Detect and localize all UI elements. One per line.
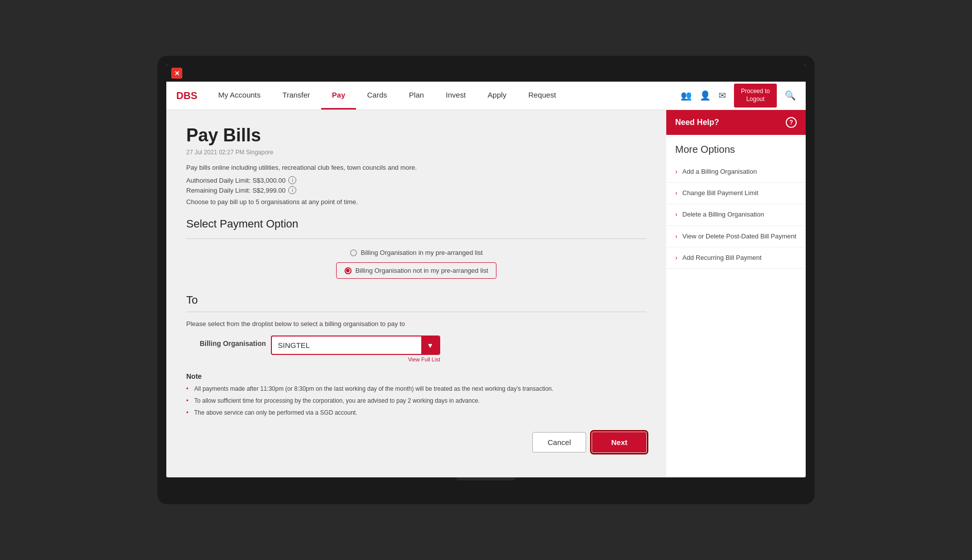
- nav-links: My Accounts Transfer Pay Cards Plan Inve…: [207, 82, 567, 110]
- radio-not-prearranged-label: Billing Organisation not in my pre-arran…: [356, 267, 488, 274]
- sidebar-option-text-1: Add a Billing Organisation: [682, 167, 757, 176]
- to-section-title: To: [186, 294, 646, 307]
- to-divider: [186, 312, 646, 312]
- payment-options: Billing Organisation in my pre-arranged …: [186, 249, 646, 279]
- note-list: All payments made after 11:30pm (or 8:30…: [186, 384, 646, 417]
- more-options-title: More Options: [666, 135, 806, 161]
- nav-plan[interactable]: Plan: [398, 82, 435, 110]
- page-date: 27 Jul 2021 02:27 PM Singapore: [186, 149, 646, 156]
- user-icon[interactable]: 👤: [700, 90, 711, 101]
- sidebar-add-billing-org[interactable]: › Add a Billing Organisation: [666, 161, 806, 183]
- nav-pay[interactable]: Pay: [321, 82, 357, 110]
- note-item-2: To allow sufficient time for processing …: [186, 396, 646, 405]
- nav-left: DBS My Accounts Transfer Pay Cards Plan …: [176, 82, 567, 110]
- billing-org-row: Billing Organisation SINGTEL ▼ View Full…: [186, 336, 646, 362]
- chevron-icon-3: ›: [675, 211, 677, 218]
- note-item-3: The above service can only be performed …: [186, 408, 646, 417]
- note-item-1: All payments made after 11:30pm (or 8:30…: [186, 384, 646, 393]
- help-icon[interactable]: ?: [786, 117, 797, 128]
- sidebar-change-bill-limit[interactable]: › Change Bill Payment Limit: [666, 183, 806, 204]
- nav-cards[interactable]: Cards: [356, 82, 398, 110]
- sidebar-view-delete-postdated[interactable]: › View or Delete Post-Dated Bill Payment: [666, 226, 806, 247]
- sidebar-delete-billing-org[interactable]: › Delete a Billing Organisation: [666, 204, 806, 225]
- search-icon[interactable]: 🔍: [785, 90, 796, 101]
- section-divider: [186, 238, 646, 239]
- billing-org-label: Billing Organisation: [186, 336, 266, 347]
- main-content: Pay Bills 27 Jul 2021 02:27 PM Singapore…: [166, 110, 806, 477]
- sidebar-option-text-2: Change Bill Payment Limit: [682, 189, 758, 198]
- remaining-limit-info-icon[interactable]: i: [288, 186, 296, 194]
- need-help-label: Need Help?: [675, 118, 719, 127]
- need-help-header: Need Help? ?: [666, 110, 806, 135]
- radio-not-prearranged[interactable]: Billing Organisation not in my pre-arran…: [336, 262, 497, 279]
- page-title: Pay Bills: [186, 125, 646, 146]
- choose-text: Choose to pay bill up to 5 organisations…: [186, 198, 646, 206]
- dropdown-description: Please select from the droplist below to…: [186, 320, 646, 328]
- action-buttons: Cancel Next: [186, 432, 646, 462]
- billing-org-controls: SINGTEL ▼ View Full List: [271, 336, 440, 362]
- radio-not-prearranged-dot: [345, 267, 352, 274]
- sidebar-option-text-4: View or Delete Post-Dated Bill Payment: [682, 232, 796, 241]
- view-full-list-link[interactable]: View Full List: [271, 356, 440, 362]
- proceed-line2: Logout: [746, 96, 765, 104]
- browser-close-button[interactable]: ✕: [171, 68, 182, 79]
- chevron-icon-2: ›: [675, 189, 677, 197]
- next-button[interactable]: Next: [592, 432, 646, 452]
- sidebar-option-text-3: Delete a Billing Organisation: [682, 210, 764, 219]
- nav-request[interactable]: Request: [517, 82, 567, 110]
- billing-org-select[interactable]: SINGTEL: [272, 336, 439, 354]
- note-title: Note: [186, 372, 646, 380]
- authorised-limit: Authorised Daily Limit: S$3,000.00 i: [186, 176, 646, 184]
- radio-prearranged[interactable]: Billing Organisation in my pre-arranged …: [350, 249, 483, 256]
- content-area: Pay Bills 27 Jul 2021 02:27 PM Singapore…: [166, 110, 666, 477]
- mail-icon[interactable]: ✉: [719, 90, 726, 101]
- navigation-bar: DBS My Accounts Transfer Pay Cards Plan …: [166, 82, 806, 110]
- chevron-icon-4: ›: [675, 232, 677, 240]
- browser-topbar: ✕: [166, 65, 806, 82]
- page-description: Pay bills online including utilities, re…: [186, 164, 646, 171]
- proceed-line1: Proceed to: [741, 88, 770, 96]
- bank-logo: DBS: [176, 85, 197, 107]
- radio-prearranged-label: Billing Organisation in my pre-arranged …: [361, 249, 483, 256]
- sidebar-add-recurring-payment[interactable]: › Add Recurring Bill Payment: [666, 247, 806, 269]
- chevron-icon-1: ›: [675, 168, 677, 175]
- nav-my-accounts[interactable]: My Accounts: [207, 82, 271, 110]
- radio-prearranged-dot: [350, 249, 357, 256]
- remaining-limit: Remaining Daily Limit: S$2,999.00 i: [186, 186, 646, 194]
- nav-right: 👥 👤 ✉ Proceed to Logout 🔍: [681, 84, 796, 107]
- nav-apply[interactable]: Apply: [477, 82, 517, 110]
- billing-select-wrapper: SINGTEL ▼: [271, 336, 440, 355]
- authorised-limit-info-icon[interactable]: i: [288, 176, 296, 184]
- sidebar-option-text-5: Add Recurring Bill Payment: [682, 253, 761, 262]
- nav-transfer[interactable]: Transfer: [271, 82, 321, 110]
- nav-invest[interactable]: Invest: [435, 82, 477, 110]
- select-payment-option-title: Select Payment Option: [186, 218, 646, 230]
- group-icon[interactable]: 👥: [681, 90, 692, 101]
- note-section: Note All payments made after 11:30pm (or…: [186, 372, 646, 417]
- cancel-button[interactable]: Cancel: [532, 432, 587, 452]
- proceed-logout-button[interactable]: Proceed to Logout: [734, 84, 777, 107]
- sidebar: Need Help? ? More Options › Add a Billin…: [666, 110, 806, 477]
- chevron-icon-5: ›: [675, 254, 677, 261]
